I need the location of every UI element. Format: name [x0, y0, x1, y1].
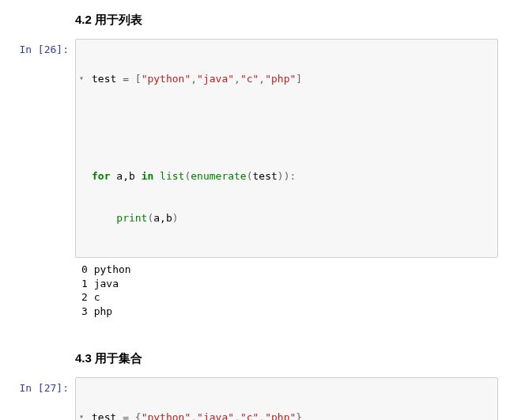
- code-input-area[interactable]: test = ["python","java","c","php"] ▾ for…: [75, 39, 498, 258]
- input-prompt: In [26]:: [0, 39, 75, 55]
- code-line: test = {"python","java","c","php"}: [92, 411, 491, 420]
- output-row: 0 python 1 java 2 c 3 php: [0, 258, 506, 323]
- code-line: test = ["python","java","c","php"]: [92, 72, 491, 86]
- code-cell: In [27]: test = {"python","java","c","ph…: [0, 377, 506, 420]
- code-input-area[interactable]: test = {"python","java","c","php"} ▾ for…: [75, 377, 498, 420]
- heading-row: 4.2 用于列表: [0, 8, 506, 39]
- code-cell: In [26]: test = ["python","java","c","ph…: [0, 39, 506, 258]
- fold-toggle-icon[interactable]: ▾: [79, 74, 84, 82]
- heading-row: 4.3 用于集合: [0, 346, 506, 377]
- code-line-blank: [92, 114, 491, 128]
- section-heading: 4.3 用于集合: [75, 351, 506, 366]
- prompt-empty: [0, 346, 75, 351]
- input-prompt: In [27]:: [0, 377, 75, 394]
- fold-toggle-icon[interactable]: ▾: [79, 413, 84, 420]
- code-line: print(a,b): [92, 211, 491, 225]
- prompt-empty: [0, 8, 75, 13]
- stdout-output: 0 python 1 java 2 c 3 php: [75, 258, 506, 323]
- output-prompt: [0, 258, 75, 263]
- code-line: for a,b in list(enumerate(test)):: [92, 169, 491, 184]
- notebook-container: 4.2 用于列表 In [26]: test = ["python","java…: [0, 0, 506, 420]
- section-heading: 4.2 用于列表: [75, 13, 506, 28]
